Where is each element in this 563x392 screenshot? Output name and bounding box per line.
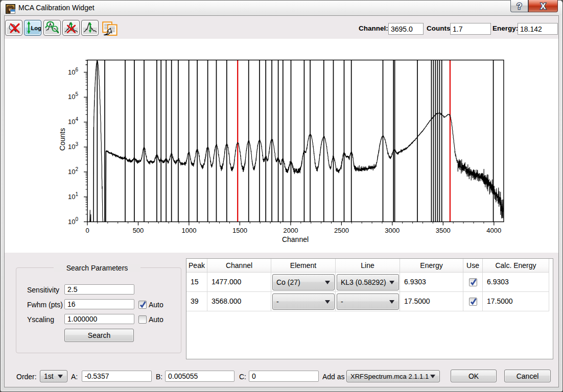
svg-text:103: 103 (68, 141, 78, 151)
svg-text:Channel: Channel (282, 235, 309, 243)
svg-text:102: 102 (68, 166, 78, 176)
svg-text:105: 105 (68, 91, 78, 101)
svg-text:1500: 1500 (232, 227, 247, 234)
svg-text:1000: 1000 (181, 227, 196, 234)
svg-text:3000: 3000 (385, 227, 400, 234)
svg-text:3500: 3500 (436, 227, 451, 234)
svg-text:101: 101 (68, 191, 78, 201)
svg-text:4000: 4000 (486, 227, 501, 234)
svg-text:Counts: Counts (58, 128, 66, 151)
svg-text:0: 0 (85, 227, 89, 234)
svg-text:2500: 2500 (334, 227, 349, 234)
svg-text:100: 100 (68, 216, 78, 226)
svg-text:500: 500 (133, 227, 144, 234)
svg-text:106: 106 (68, 67, 78, 76)
svg-text:104: 104 (68, 116, 78, 126)
svg-text:2000: 2000 (283, 227, 298, 234)
